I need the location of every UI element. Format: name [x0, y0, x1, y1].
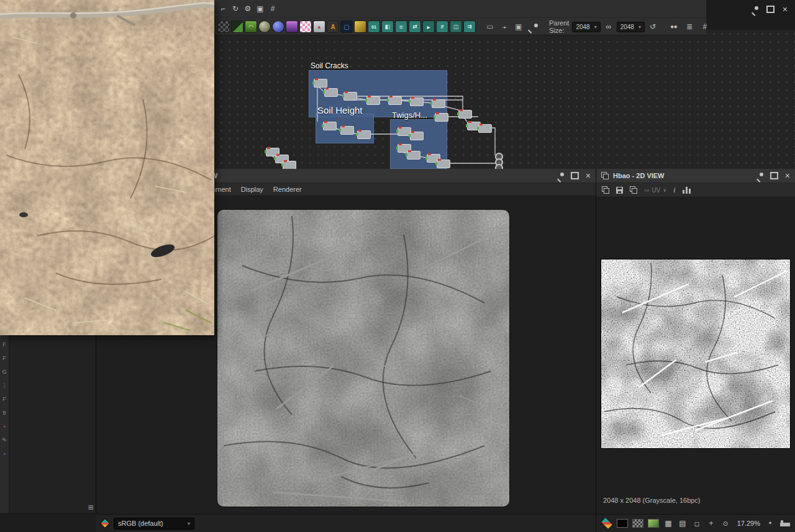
- sphere-node-icon[interactable]: [259, 21, 270, 32]
- text-node-icon[interactable]: A: [327, 21, 338, 32]
- graph-node[interactable]: [314, 79, 327, 88]
- rotate-view-tool-icon[interactable]: ↻: [230, 3, 240, 14]
- zoom-target-icon[interactable]: ⊙: [720, 518, 730, 529]
- info-icon[interactable]: i: [673, 186, 675, 195]
- alpha-checker-node-icon[interactable]: [300, 21, 311, 32]
- letterbox-view-tool-icon[interactable]: ▣: [255, 3, 265, 14]
- graph-node[interactable]: [437, 160, 450, 168]
- height-map-node-icon[interactable]: ▲: [314, 21, 325, 32]
- histogram-icon[interactable]: [683, 187, 691, 194]
- graph-node[interactable]: [283, 161, 296, 169]
- graph-node[interactable]: [495, 164, 503, 169]
- close-panel-icon[interactable]: ×: [586, 171, 591, 181]
- view2d-texture-image[interactable]: [217, 210, 509, 507]
- zoom-level-value[interactable]: 17.29%: [737, 520, 760, 527]
- graph-node[interactable]: [432, 99, 445, 108]
- collapsed-panel-icon[interactable]: G: [2, 369, 6, 375]
- pin-panel-icon[interactable]: [557, 173, 564, 179]
- frame-thumbnail-icon[interactable]: ▣: [514, 21, 524, 32]
- lock-zoom-icon[interactable]: [780, 523, 790, 526]
- comment-icon[interactable]: ▭: [485, 21, 495, 32]
- reset-size-icon[interactable]: ↺: [648, 21, 658, 32]
- hbao-texture-image[interactable]: [601, 259, 790, 448]
- fit-frame-icon[interactable]: ◻: [692, 518, 702, 529]
- menu-renderer[interactable]: Renderer: [273, 186, 302, 193]
- graph-node[interactable]: [410, 97, 424, 106]
- pixel-processor-node-icon[interactable]: #: [437, 21, 448, 32]
- grid-display-icon[interactable]: ▦: [663, 518, 673, 529]
- collapsed-panel-icon[interactable]: ▪: [3, 423, 5, 430]
- close-panel-icon[interactable]: ×: [783, 4, 788, 14]
- restore-panel-icon[interactable]: [571, 172, 579, 179]
- paste-view-icon[interactable]: [630, 186, 637, 194]
- graph-node[interactable]: [458, 110, 472, 119]
- restore-panel-icon[interactable]: [770, 172, 778, 179]
- collapsed-panel-icon[interactable]: F: [2, 355, 6, 361]
- corner-snap-tool-icon[interactable]: ⌐: [218, 3, 228, 14]
- vector-graph-node-icon[interactable]: ◠: [245, 21, 257, 32]
- pencil-icon[interactable]: ✎: [2, 437, 7, 443]
- close-panel-icon[interactable]: ×: [785, 171, 790, 181]
- restore-panel-icon[interactable]: [766, 6, 775, 13]
- collapsed-panel-icon[interactable]: ⋮: [2, 382, 7, 389]
- graph-node[interactable]: [357, 130, 371, 139]
- fill-node-icon[interactable]: [355, 21, 366, 32]
- svg-node-icon[interactable]: [232, 21, 243, 32]
- colorspace-value: sRGB (default): [118, 520, 163, 527]
- channel-thumbnail[interactable]: [648, 519, 659, 528]
- bitmap-node-icon[interactable]: [218, 21, 229, 32]
- parent-height-value: 2048: [620, 24, 634, 30]
- copy-view-icon[interactable]: [602, 186, 609, 194]
- collapsed-panel-icon[interactable]: ▪: [3, 451, 5, 457]
- pin-node-icon[interactable]: [528, 24, 538, 30]
- grid-toggle-tool-icon[interactable]: #: [268, 3, 278, 14]
- hbao-header[interactable]: Hbao - 2D VIEW ×: [596, 169, 795, 183]
- dot-connector-icon[interactable]: -●-: [499, 21, 509, 32]
- splitter-node-icon[interactable]: ◫: [450, 21, 461, 32]
- link-size-icon[interactable]: ∞: [604, 21, 614, 32]
- save-view-icon[interactable]: [616, 187, 623, 194]
- graph-node[interactable]: [366, 96, 380, 105]
- menu-display[interactable]: Display: [241, 186, 263, 193]
- graph-node[interactable]: [343, 92, 357, 101]
- background-color-swatch[interactable]: [617, 519, 628, 528]
- layers-icon[interactable]: [100, 518, 111, 529]
- graph-node[interactable]: [410, 132, 424, 140]
- zoom-reset-icon[interactable]: •: [765, 518, 775, 529]
- graph-node[interactable]: [478, 124, 492, 133]
- pin-panel-icon[interactable]: [752, 6, 758, 13]
- value-node-icon[interactable]: 01: [368, 21, 379, 32]
- colorspace-select[interactable]: sRGB (default) ▾: [114, 518, 194, 530]
- uv-mode-select[interactable]: ∾ UV ∨: [644, 187, 666, 194]
- pan-view-icon[interactable]: +: [706, 518, 716, 529]
- parent-width-select[interactable]: 2048 ▾: [572, 22, 600, 32]
- pin-panel-icon[interactable]: [756, 173, 763, 179]
- merge-node-icon[interactable]: ⇉: [464, 21, 475, 32]
- collapsed-panel-icon[interactable]: F: [2, 341, 6, 348]
- levels-node-icon[interactable]: ≡: [396, 21, 407, 32]
- gradient-node-icon[interactable]: [286, 21, 298, 32]
- switch-node-icon[interactable]: ⇄: [409, 21, 420, 32]
- layers-icon[interactable]: [600, 516, 613, 530]
- instance-parameters-icon[interactable]: ◆◆: [669, 21, 679, 32]
- shape-node-icon[interactable]: ▢: [341, 21, 352, 32]
- graph-node[interactable]: [340, 126, 354, 135]
- snap-grid-settings-icon[interactable]: #: [700, 21, 710, 32]
- graph-node[interactable]: [388, 96, 402, 105]
- graph-node[interactable]: [324, 88, 338, 97]
- checker-background-swatch[interactable]: [632, 519, 643, 528]
- graph-node[interactable]: [323, 122, 337, 130]
- tree-view-icon[interactable]: ⊞: [88, 503, 94, 512]
- blend-node-icon[interactable]: ◧: [382, 21, 393, 32]
- graph-node[interactable]: [435, 113, 448, 122]
- sphere-blue-node-icon[interactable]: [273, 21, 284, 32]
- input-output-node-icon[interactable]: ▸: [423, 21, 434, 32]
- graph-node[interactable]: [407, 151, 420, 160]
- settings-tool-icon[interactable]: ⚙: [243, 3, 253, 14]
- node-align-icon[interactable]: ≣: [684, 21, 694, 32]
- collapsed-panel-icon[interactable]: 8: [2, 410, 6, 416]
- tiling-mode-icon[interactable]: ▤: [678, 518, 688, 529]
- application-window: Soil CracksSoil HeightTwigs/H... ⌐↻⚙▣# ◠…: [0, 0, 795, 532]
- parent-height-select[interactable]: 2048 ▾: [617, 22, 645, 32]
- collapsed-panel-icon[interactable]: F: [2, 396, 6, 402]
